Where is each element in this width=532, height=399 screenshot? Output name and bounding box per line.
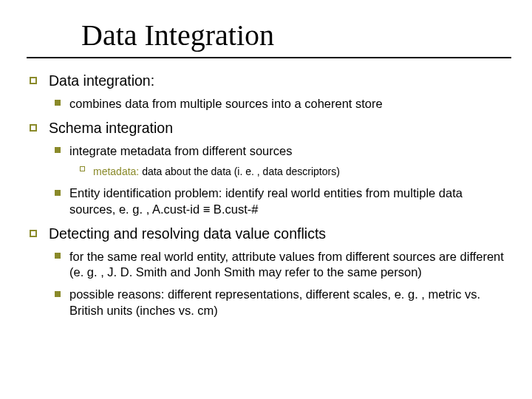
subbullet-entity-id-problem: Entity identification problem: identify … bbox=[27, 185, 511, 218]
hollow-square-icon bbox=[30, 77, 37, 84]
bullet-text: for the same real world entity, attribut… bbox=[69, 250, 504, 279]
solid-square-icon bbox=[55, 190, 61, 196]
bullet-text: Schema integration bbox=[49, 120, 173, 136]
bullet-data-integration: Data integration: bbox=[27, 72, 511, 90]
title-rule bbox=[27, 57, 511, 58]
hollow-square-icon bbox=[30, 124, 37, 132]
solid-square-icon bbox=[55, 147, 61, 153]
subbullet-combines: combines data from multiple sources into… bbox=[27, 96, 511, 112]
metadata-keyword: metadata: bbox=[93, 166, 139, 177]
solid-square-icon bbox=[55, 291, 61, 297]
bullet-schema-integration: Schema integration bbox=[27, 119, 511, 137]
solid-square-icon bbox=[55, 100, 61, 106]
slide-title: Data Integration bbox=[81, 18, 511, 52]
bullet-text: metadata: data about the data (i. e. , d… bbox=[93, 166, 340, 177]
bullet-text: combines data from multiple sources into… bbox=[69, 97, 383, 110]
slide: Data Integration Data integration: combi… bbox=[0, 0, 532, 399]
bullet-text: Data integration: bbox=[49, 72, 154, 89]
subbullet-possible-reasons: possible reasons: different representati… bbox=[27, 287, 511, 319]
bullet-resolving-conflicts: Detecting and resolving data value confl… bbox=[27, 225, 511, 243]
metadata-def-rest: data about the data (i. e. , data descri… bbox=[139, 166, 340, 177]
subbullet-same-entity: for the same real world entity, attribut… bbox=[27, 249, 511, 282]
bullet-text: integrate metadata from different source… bbox=[69, 144, 292, 157]
bullet-text: possible reasons: different representati… bbox=[69, 287, 480, 317]
hollow-square-icon bbox=[80, 166, 85, 171]
hollow-square-icon bbox=[30, 230, 37, 237]
solid-square-icon bbox=[55, 253, 61, 259]
subbullet-integrate-metadata: integrate metadata from different source… bbox=[27, 143, 511, 160]
subsubbullet-metadata-def: metadata: data about the data (i. e. , d… bbox=[27, 163, 511, 180]
bullet-text: Entity identification problem: identify … bbox=[69, 186, 463, 216]
content-area: Data integration: combines data from mul… bbox=[27, 72, 511, 319]
bullet-text: Detecting and resolving data value confl… bbox=[49, 225, 326, 242]
